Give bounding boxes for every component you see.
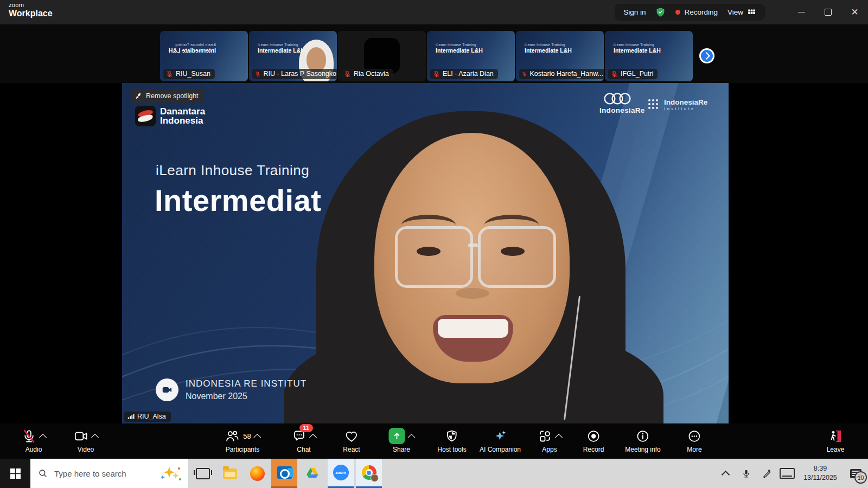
audio-options-caret[interactable]	[39, 433, 47, 441]
pin-icon	[134, 92, 142, 100]
participant-name-label: RIU_Susan	[163, 69, 215, 79]
slide-small-text: iLearn Inhouse Training	[614, 43, 661, 47]
ai-companion-button[interactable]: AI Companion	[480, 427, 521, 453]
leave-label: Leave	[827, 446, 845, 453]
record-button[interactable]: Record	[583, 427, 604, 453]
participant-tile-kostario[interactable]: iLearn Inhouse Training Intermediate L&H…	[516, 31, 604, 81]
audio-label: Audio	[25, 446, 42, 453]
video-label: Video	[78, 446, 94, 453]
participant-tile-laras[interactable]: iLearn Inhouse Training Intermediate L&H…	[249, 31, 337, 81]
tray-microphone-button[interactable]	[736, 468, 756, 479]
muted-mic-icon	[166, 70, 173, 78]
copilot-sparkles-icon	[159, 465, 182, 481]
touch-keyboard-icon	[780, 468, 795, 479]
firefox-button[interactable]	[244, 459, 270, 488]
host-tools-button[interactable]: Host tools	[437, 427, 466, 453]
task-view-icon	[196, 468, 210, 479]
react-button[interactable]: React	[343, 427, 360, 453]
slide-title-text: Intermediate L&H	[525, 47, 572, 54]
apps-options-caret[interactable]	[555, 433, 563, 441]
more-button[interactable]: More	[687, 427, 701, 453]
chevron-up-icon	[721, 470, 730, 479]
participant-tile-riu-susan[interactable]: iLearn Inhouse Training Intermediate L&H…	[160, 31, 248, 81]
participants-options-caret[interactable]	[254, 433, 261, 441]
outlook-button[interactable]	[271, 459, 297, 488]
chrome-button[interactable]	[356, 459, 382, 488]
meeting-info-button[interactable]: Meeting info	[625, 427, 660, 453]
muted-mic-icon	[611, 70, 618, 78]
remove-spotlight-button[interactable]: Remove spotlight	[131, 89, 204, 102]
indonesiare-circles-icon	[599, 92, 635, 106]
windows-ink-button[interactable]	[756, 468, 777, 479]
google-drive-button[interactable]	[299, 459, 326, 488]
video-camera-badge-icon	[156, 378, 178, 401]
leave-door-icon	[828, 429, 843, 444]
close-button[interactable]: ✕	[841, 0, 868, 24]
recording-indicator[interactable]: Recording	[675, 8, 718, 16]
chevron-right-icon	[702, 52, 710, 60]
chat-button[interactable]: 11 Chat	[292, 427, 316, 453]
info-icon	[636, 429, 650, 444]
zoom-workplace-window: zoom Workplace Sign in Recording View ✕	[0, 0, 868, 488]
taskbar-search[interactable]	[30, 459, 188, 488]
slide-small-text: iLearn Inhouse Training	[169, 43, 216, 47]
ai-companion-label: AI Companion	[480, 446, 521, 453]
record-label: Record	[583, 446, 604, 453]
recording-dot-icon	[675, 10, 680, 15]
host-tools-label: Host tools	[437, 446, 466, 453]
eye	[417, 247, 441, 256]
minimize-icon	[798, 12, 805, 12]
slide-small-text: iLearn Inhouse Training	[436, 43, 483, 47]
restore-button[interactable]	[815, 0, 841, 24]
dots-grid-icon	[647, 98, 660, 111]
sign-in-button[interactable]: Sign in	[623, 8, 646, 16]
more-ellipsis-icon	[687, 429, 702, 444]
chat-options-caret[interactable]	[309, 433, 317, 441]
slide-small-text: iLearn Inhouse Training	[258, 43, 305, 47]
task-view-button[interactable]	[190, 459, 216, 488]
zoom-app-icon: zoom	[333, 465, 349, 480]
slide-footer: INDONESIA RE INSTITUT November 2025	[156, 378, 307, 401]
search-input[interactable]	[53, 468, 154, 479]
apps-button[interactable]: Apps	[538, 427, 561, 453]
share-options-caret[interactable]	[407, 433, 415, 441]
file-explorer-button[interactable]	[217, 459, 243, 488]
network-signal-icon	[127, 413, 135, 420]
next-participants-button[interactable]	[699, 48, 714, 63]
pen-icon	[762, 468, 772, 479]
danantara-wordmark-line1: Danantara	[160, 107, 205, 116]
record-icon	[586, 429, 601, 444]
shield-icon	[444, 429, 459, 444]
minimize-button[interactable]	[788, 0, 815, 24]
hidden-icons-button[interactable]	[715, 470, 736, 478]
participants-button[interactable]: 58 Participants	[225, 427, 260, 453]
participant-tile-putri[interactable]: iLearn Inhouse Training Intermediate L&H…	[605, 31, 693, 81]
footer-organization: INDONESIA RE INSTITUT	[186, 378, 307, 389]
chrome-profile-avatar	[371, 474, 379, 482]
view-label: View	[727, 8, 743, 16]
view-button[interactable]: View	[727, 8, 756, 17]
titlebar-status-pill: Sign in Recording View	[615, 4, 765, 21]
danantara-wordmark-line2: Indonesia	[160, 116, 205, 125]
glasses-bridge	[468, 243, 478, 247]
taskbar-clock[interactable]: 8:39 13/11/2025	[797, 464, 843, 483]
video-button[interactable]: Video	[74, 427, 98, 453]
participant-name-label: ELI - Azaria Dian	[430, 69, 498, 79]
notification-center-button[interactable]: 10	[843, 459, 868, 488]
institute-wordmark-line2: Institute	[664, 106, 707, 111]
participant-tile-azaria[interactable]: iLearn Inhouse Training Intermediate L&H…	[427, 31, 515, 81]
slide-title: Intermediat	[155, 183, 321, 218]
start-button[interactable]	[0, 459, 30, 488]
speaker-name-label: RIU_Alsa	[124, 412, 171, 422]
participant-name: ELI - Azaria Dian	[443, 70, 494, 78]
title-bar: zoom Workplace Sign in Recording View ✕	[0, 0, 868, 25]
touch-keyboard-button[interactable]	[777, 468, 797, 479]
slide-small-text: iLearn Inhouse Training	[525, 43, 572, 47]
participant-tile-ria[interactable]: Ria Octavia	[338, 31, 426, 81]
share-button[interactable]: Share	[389, 427, 414, 453]
audio-button[interactable]: Audio	[22, 427, 46, 453]
video-options-caret[interactable]	[91, 433, 99, 441]
zoom-app-button[interactable]: zoom	[328, 459, 354, 488]
spotlight-video: iLearn Inhouse Training Intermediat Indo…	[122, 83, 729, 423]
leave-button[interactable]: Leave	[827, 427, 845, 453]
